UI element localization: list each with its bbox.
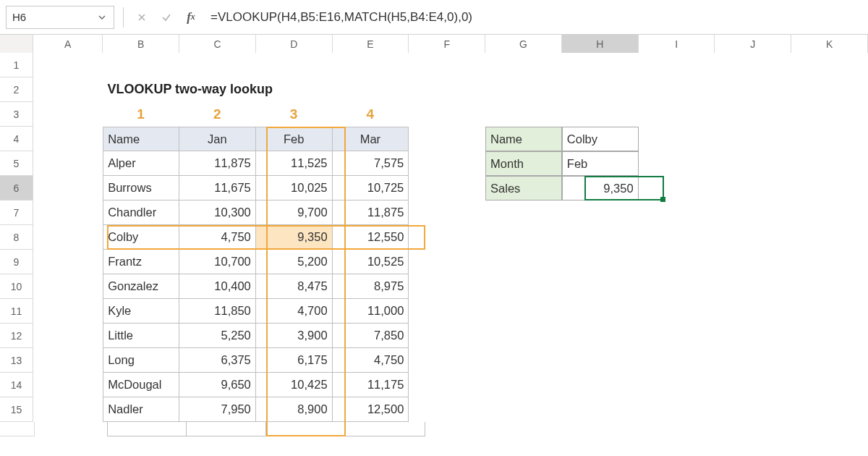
- cell[interactable]: [715, 299, 791, 324]
- col-header-j[interactable]: J: [715, 35, 791, 53]
- table-cell[interactable]: Alper: [103, 151, 179, 176]
- table-cell[interactable]: 10,425: [256, 373, 333, 397]
- cell[interactable]: [485, 299, 562, 324]
- table-cell[interactable]: 8,975: [333, 274, 409, 299]
- table-cell[interactable]: Frantz: [103, 250, 179, 274]
- table-cell[interactable]: Long: [103, 348, 179, 373]
- table-cell[interactable]: 10,525: [333, 250, 409, 274]
- cell[interactable]: [715, 127, 791, 151]
- table-cell[interactable]: 9,700: [256, 200, 333, 225]
- cell[interactable]: [562, 53, 639, 77]
- cell[interactable]: [485, 324, 562, 348]
- table-cell[interactable]: Kyle: [103, 299, 179, 324]
- table-cell[interactable]: 12,550: [333, 225, 409, 250]
- cell[interactable]: [485, 373, 562, 397]
- cell[interactable]: [485, 274, 562, 299]
- cell[interactable]: [791, 299, 868, 324]
- cell[interactable]: [715, 102, 791, 127]
- cancel-icon[interactable]: [132, 7, 151, 28]
- col-header-c[interactable]: C: [179, 35, 256, 53]
- cell[interactable]: [333, 53, 409, 77]
- lookup-label[interactable]: Sales: [485, 176, 562, 200]
- cell[interactable]: [715, 324, 791, 348]
- cell[interactable]: [33, 53, 103, 77]
- col-header-k[interactable]: K: [791, 35, 868, 53]
- cell[interactable]: [409, 127, 485, 151]
- row-header[interactable]: 6: [0, 176, 33, 200]
- cell[interactable]: [791, 324, 868, 348]
- col-num[interactable]: 1: [103, 102, 179, 127]
- cell[interactable]: [266, 422, 346, 436]
- row-header[interactable]: 8: [0, 225, 33, 250]
- table-cell[interactable]: 7,950: [179, 397, 256, 422]
- table-cell[interactable]: Gonzalez: [103, 274, 179, 299]
- cell[interactable]: [562, 397, 639, 422]
- cell[interactable]: [791, 397, 868, 422]
- cell[interactable]: [639, 299, 715, 324]
- col-header-e[interactable]: E: [333, 35, 409, 53]
- cell[interactable]: [409, 250, 485, 274]
- cell[interactable]: [639, 127, 715, 151]
- cell[interactable]: [791, 348, 868, 373]
- table-cell[interactable]: 11,875: [333, 200, 409, 225]
- row-header[interactable]: 12: [0, 324, 33, 348]
- cell[interactable]: [33, 324, 103, 348]
- cell[interactable]: [639, 102, 715, 127]
- cell[interactable]: [562, 102, 639, 127]
- cell[interactable]: [485, 397, 562, 422]
- cell[interactable]: [33, 151, 103, 176]
- cell[interactable]: [485, 77, 561, 102]
- cell[interactable]: [639, 151, 715, 176]
- confirm-icon[interactable]: [157, 7, 176, 28]
- cell[interactable]: [715, 397, 791, 422]
- cell[interactable]: [33, 200, 103, 225]
- cell[interactable]: [562, 274, 639, 299]
- cell[interactable]: [33, 373, 103, 397]
- cell[interactable]: [33, 274, 103, 299]
- cell[interactable]: [107, 422, 187, 436]
- cell[interactable]: [562, 225, 639, 250]
- table-cell[interactable]: 8,900: [256, 397, 333, 422]
- cell[interactable]: [562, 250, 639, 274]
- cell[interactable]: [409, 53, 485, 77]
- cell[interactable]: [485, 102, 562, 127]
- fx-icon[interactable]: fx: [182, 7, 200, 28]
- cell[interactable]: [715, 151, 791, 176]
- cell[interactable]: [791, 102, 868, 127]
- row-header[interactable]: 15: [0, 397, 33, 422]
- table-cell[interactable]: Nadler: [103, 397, 179, 422]
- cell[interactable]: [33, 176, 103, 200]
- table-cell[interactable]: 10,300: [179, 200, 256, 225]
- cell[interactable]: [561, 77, 638, 102]
- table-cell[interactable]: 11,000: [333, 299, 409, 324]
- cell[interactable]: [639, 324, 715, 348]
- cell[interactable]: [187, 422, 266, 436]
- cell[interactable]: [791, 250, 868, 274]
- row-header[interactable]: 1: [0, 53, 33, 77]
- cell[interactable]: [485, 348, 562, 373]
- cell[interactable]: [409, 176, 485, 200]
- cell[interactable]: [639, 176, 715, 200]
- cell[interactable]: [33, 250, 103, 274]
- cell[interactable]: [791, 53, 868, 77]
- cell[interactable]: [33, 127, 103, 151]
- cell[interactable]: [791, 176, 868, 200]
- cell[interactable]: [791, 274, 868, 299]
- cell[interactable]: [638, 77, 715, 102]
- row-header[interactable]: 7: [0, 200, 33, 225]
- row-header[interactable]: 4: [0, 127, 33, 151]
- cell[interactable]: [791, 200, 868, 225]
- table-cell[interactable]: 6,175: [256, 348, 333, 373]
- cell[interactable]: [33, 397, 103, 422]
- table-cell-highlighted[interactable]: 9,350: [256, 225, 333, 250]
- cell[interactable]: [33, 348, 103, 373]
- table-cell[interactable]: 4,750: [179, 225, 256, 250]
- table-cell[interactable]: 7,850: [333, 324, 409, 348]
- cell[interactable]: [562, 348, 639, 373]
- cell[interactable]: [409, 324, 485, 348]
- table-cell[interactable]: 10,725: [333, 176, 409, 200]
- col-num[interactable]: 4: [333, 102, 409, 127]
- cell[interactable]: [639, 274, 715, 299]
- cell[interactable]: [639, 373, 715, 397]
- col-header-f[interactable]: F: [409, 35, 485, 53]
